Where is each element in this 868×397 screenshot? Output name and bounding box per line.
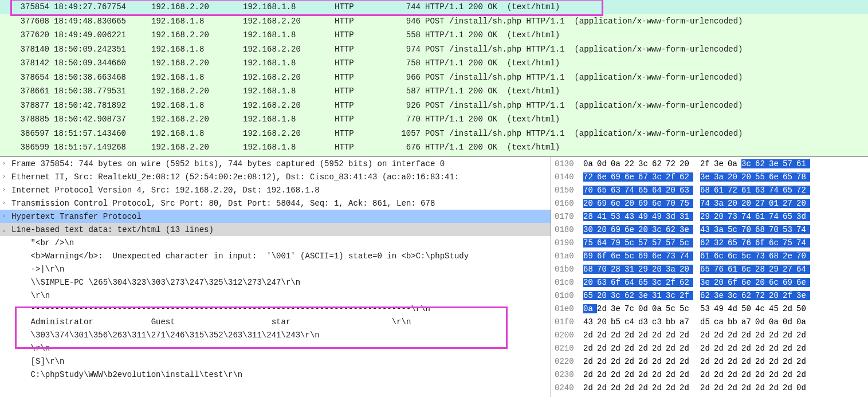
- hex-byte[interactable]: 2d: [714, 357, 728, 366]
- hex-byte[interactable]: 64: [652, 186, 666, 195]
- expand-icon[interactable]: ›: [2, 160, 11, 167]
- hex-byte[interactable]: 6e: [625, 172, 638, 182]
- hex-byte[interactable]: 27: [783, 199, 796, 208]
- hex-byte[interactable]: 2d: [796, 344, 810, 353]
- hex-byte[interactable]: 31: [652, 291, 666, 300]
- hex-byte[interactable]: 3c: [666, 291, 680, 300]
- hex-byte[interactable]: 3c: [638, 159, 652, 168]
- hex-byte[interactable]: 69: [597, 199, 611, 208]
- hex-byte[interactable]: 75: [583, 238, 597, 247]
- hex-byte[interactable]: 72: [666, 159, 680, 168]
- hex-byte[interactable]: 70: [741, 225, 755, 234]
- hex-row[interactable]: 02500a41646d696e6973747261746f722020: [555, 394, 868, 397]
- hex-byte[interactable]: 2d: [611, 344, 625, 353]
- hex-byte[interactable]: 69: [638, 251, 652, 261]
- hex-byte[interactable]: 53: [700, 304, 714, 313]
- hex-byte[interactable]: 63: [755, 186, 769, 195]
- packet-row[interactable]: 37814018:50:09.242351192.168.1.8192.168.…: [0, 42, 868, 57]
- hex-byte[interactable]: 73: [755, 251, 769, 261]
- tree-leaf[interactable]: <b>Warning</b>: Unexpected character in …: [0, 249, 551, 262]
- hex-byte[interactable]: 3e: [796, 291, 810, 300]
- hex-byte[interactable]: 5c: [625, 238, 638, 247]
- hex-byte[interactable]: 2d: [741, 383, 755, 392]
- hex-byte[interactable]: 20: [741, 199, 755, 208]
- hex-byte[interactable]: 2d: [652, 383, 666, 392]
- hex-byte[interactable]: 65: [700, 265, 714, 274]
- hex-byte[interactable]: 3c: [652, 278, 666, 287]
- hex-byte[interactable]: 4c: [755, 304, 769, 313]
- tree-leaf[interactable]: \r\n: [0, 289, 551, 302]
- hex-byte[interactable]: 2d: [714, 383, 728, 392]
- hex-byte[interactable]: 31: [680, 212, 693, 221]
- hex-byte[interactable]: 3e: [611, 304, 625, 313]
- hex-byte[interactable]: 5c: [728, 225, 741, 234]
- hex-row[interactable]: 02002d2d2d2d2d2d2d2d2d2d2d2d2d2d2d2d: [555, 328, 868, 341]
- hex-byte[interactable]: 2d: [597, 344, 611, 353]
- hex-byte[interactable]: 2d: [611, 383, 625, 392]
- hex-byte[interactable]: 55: [755, 172, 769, 182]
- hex-byte[interactable]: 3a: [714, 199, 728, 208]
- hex-byte[interactable]: 2d: [783, 344, 796, 353]
- hex-byte[interactable]: 5c: [741, 251, 755, 261]
- hex-byte[interactable]: 2d: [666, 357, 680, 366]
- hex-byte[interactable]: 2d: [652, 357, 666, 366]
- hex-byte[interactable]: 2d: [638, 357, 652, 366]
- hex-byte[interactable]: 2d: [638, 383, 652, 392]
- hex-byte[interactable]: 5c: [666, 304, 680, 313]
- hex-row[interactable]: 0140726e696e673c2f623e3a2020556e6578: [555, 170, 868, 183]
- hex-byte[interactable]: 2d: [666, 344, 680, 353]
- hex-byte[interactable]: 50: [741, 304, 755, 313]
- hex-byte[interactable]: 75: [783, 238, 796, 247]
- hex-byte[interactable]: 2d: [611, 370, 625, 379]
- hex-byte[interactable]: 57: [783, 159, 796, 168]
- hex-byte[interactable]: 74: [769, 186, 783, 195]
- hex-byte[interactable]: 2d: [638, 344, 652, 353]
- hex-byte[interactable]: 2d: [741, 357, 755, 366]
- hex-byte[interactable]: 78: [796, 172, 810, 182]
- hex-byte[interactable]: 2d: [728, 357, 741, 366]
- hex-byte[interactable]: 2f: [680, 291, 693, 300]
- hex-byte[interactable]: 74: [796, 225, 810, 234]
- hex-byte[interactable]: 50: [796, 304, 810, 313]
- hex-byte[interactable]: 61: [728, 265, 741, 274]
- hex-byte[interactable]: 72: [755, 291, 769, 300]
- hex-byte[interactable]: 41: [597, 212, 611, 221]
- hex-byte[interactable]: 3e: [714, 159, 728, 168]
- hex-byte[interactable]: 4d: [728, 304, 741, 313]
- hex-byte[interactable]: 2d: [680, 383, 693, 392]
- expand-icon[interactable]: ›: [2, 200, 11, 206]
- hex-byte[interactable]: 20: [714, 212, 728, 221]
- hex-byte[interactable]: 2d: [611, 357, 625, 366]
- hex-byte[interactable]: c3: [652, 317, 666, 327]
- hex-byte[interactable]: 6e: [611, 251, 625, 261]
- hex-byte[interactable]: 6f: [755, 238, 769, 247]
- hex-byte[interactable]: 6c: [741, 265, 755, 274]
- hex-byte[interactable]: 74: [769, 212, 783, 221]
- hex-byte[interactable]: 2d: [769, 383, 783, 392]
- hex-byte[interactable]: 70: [769, 225, 783, 234]
- hex-byte[interactable]: 2d: [783, 331, 796, 340]
- hex-row[interactable]: 01f04320b5c4d3c3bba7d5cabba70d0a0d0a: [555, 315, 868, 328]
- hex-byte[interactable]: 0a: [728, 159, 741, 168]
- hex-byte[interactable]: 20: [680, 265, 693, 274]
- hex-byte[interactable]: 28: [755, 265, 769, 274]
- hex-byte[interactable]: 2d: [611, 331, 625, 340]
- hex-byte[interactable]: 3c: [741, 159, 755, 168]
- hex-byte[interactable]: 64: [597, 238, 611, 247]
- hex-byte[interactable]: 49: [714, 304, 728, 313]
- tree-node[interactable]: ›Hypertext Transfer Protocol: [0, 210, 551, 223]
- hex-byte[interactable]: 62: [652, 159, 666, 168]
- packet-row[interactable]: 38659918:51:57.149268192.168.2.20192.168…: [0, 140, 868, 155]
- hex-byte[interactable]: 62: [741, 291, 755, 300]
- hex-byte[interactable]: 62: [700, 238, 714, 247]
- hex-byte[interactable]: 68: [755, 225, 769, 234]
- hex-row[interactable]: 01702841534349493d31292073746174653d: [555, 210, 868, 223]
- hex-byte[interactable]: 76: [714, 265, 728, 274]
- hex-byte[interactable]: 76: [741, 238, 755, 247]
- hex-byte[interactable]: 70: [597, 265, 611, 274]
- hex-byte[interactable]: 69: [611, 225, 625, 234]
- hex-dump-pane[interactable]: 01300a0d0a223c6272202f3e0a3c623e57610140…: [551, 157, 868, 397]
- hex-byte[interactable]: 2d: [700, 331, 714, 340]
- hex-byte[interactable]: 74: [700, 199, 714, 208]
- hex-byte[interactable]: 63: [611, 186, 625, 195]
